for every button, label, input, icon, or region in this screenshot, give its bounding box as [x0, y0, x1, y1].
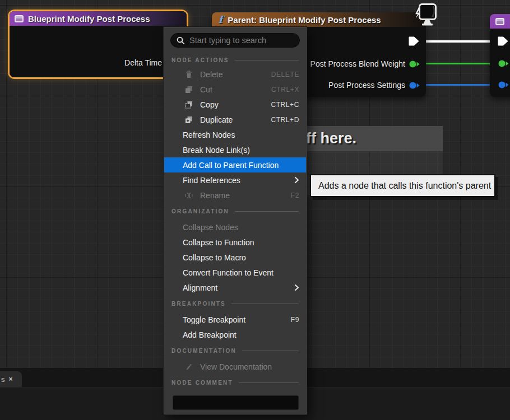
tooltip-text: Adds a node that calls this function's p… [318, 181, 491, 191]
menu-section-label: BREAKPOINTS [171, 301, 226, 307]
bottom-panel-tab[interactable]: s × [0, 371, 22, 387]
menu-item-label: Convert Function to Event [183, 268, 273, 277]
function-f-icon: f [219, 14, 222, 25]
close-icon[interactable]: × [9, 375, 13, 383]
event-override-icon [495, 18, 504, 25]
copy-icon [184, 100, 194, 110]
menu-item-label: Toggle Breakpoint [183, 315, 245, 324]
menu-item-label: View Documentation [200, 362, 272, 371]
node-context-menu: NODE ACTIONSDeleteDELETECutCTRL+XCopyCTR… [164, 27, 307, 414]
search-input[interactable] [189, 36, 294, 45]
settings-pin-label: Post Process Settings [328, 81, 405, 90]
book-icon [184, 362, 194, 372]
menu-item-collapse-to-function[interactable]: Collapse to Function [164, 235, 306, 250]
menu-item-rename[interactable]: RenameF2 [164, 188, 306, 203]
blend-weight-output-pin[interactable]: Post Process Blend Weight [310, 59, 420, 68]
blend-weight-input-pin[interactable] [498, 59, 509, 70]
event-override-icon [15, 15, 24, 22]
blend-weight-pin-label: Post Process Blend Weight [310, 59, 405, 68]
menu-item-label: Collapse to Macro [183, 253, 246, 262]
search-icon [177, 36, 185, 45]
settings-input-pin[interactable] [498, 81, 509, 91]
menu-item-delete[interactable]: DeleteDELETE [164, 67, 306, 82]
menu-section-breakpoints: BREAKPOINTS [164, 295, 306, 312]
event-node[interactable]: Blueprint Modify Post Process Delta Time [10, 11, 187, 77]
exec-wire [419, 40, 499, 43]
menu-section-node-actions: NODE ACTIONS [164, 53, 306, 67]
settings-output-pin[interactable]: Post Process Settings [328, 81, 420, 90]
section-divider [235, 211, 299, 212]
menu-item-label: Copy [200, 100, 219, 109]
section-divider [231, 304, 299, 304]
right-node-header[interactable] [490, 14, 510, 29]
menu-item-label: Delete [200, 70, 222, 79]
node-comment-input[interactable] [173, 395, 299, 410]
exec-input-pin[interactable] [497, 36, 509, 49]
menu-sections: NODE ACTIONSDeleteDELETECutCTRL+XCopyCTR… [164, 53, 306, 410]
right-node[interactable] [490, 14, 510, 97]
menu-item-label: Refresh Nodes [183, 130, 235, 139]
menu-section-label: ORGANIZATION [171, 208, 229, 214]
section-divider [239, 382, 299, 383]
menu-item-shortcut: DELETE [271, 71, 299, 78]
menu-item-shortcut: CTRL+D [271, 116, 299, 124]
chevron-right-icon [294, 284, 299, 291]
menu-item-shortcut: CTRL+C [271, 101, 299, 109]
struct-pin-icon [498, 81, 509, 89]
menu-item-shortcut: CTRL+X [271, 86, 299, 94]
event-node-title: Blueprint Modify Post Process [28, 14, 150, 24]
menu-item-view-documentation[interactable]: View Documentation [164, 359, 306, 374]
menu-section-documentation: DOCUMENTATION [164, 342, 306, 359]
exec-pin-icon [408, 36, 420, 46]
settings-wire [415, 84, 500, 86]
menu-section-organization: ORGANIZATION [164, 203, 306, 220]
menu-item-find-references[interactable]: Find References [164, 172, 306, 188]
trash-icon [184, 69, 194, 80]
delta-time-pin-label: Delta Time [124, 58, 162, 67]
menu-item-add-call-to-parent-function[interactable]: Add Call to Parent Function [164, 157, 306, 172]
blend-weight-wire [415, 63, 500, 64]
struct-pin-icon [409, 81, 420, 90]
duplicate-icon [184, 115, 194, 125]
menu-item-cut[interactable]: CutCTRL+X [164, 82, 306, 97]
menu-item-label: Collapse Nodes [183, 223, 238, 232]
bottom-panel-tab-label: s [1, 375, 5, 384]
event-node-header[interactable]: Blueprint Modify Post Process [10, 11, 187, 26]
rename-icon [184, 190, 194, 200]
comment-node-title: ff here. [306, 130, 356, 147]
menu-item-shortcut: F9 [291, 316, 299, 324]
menu-item-label: Add Call to Parent Function [183, 161, 279, 170]
menu-item-toggle-breakpoint[interactable]: Toggle BreakpointF9 [164, 312, 306, 327]
menu-item-label: Add Breakpoint [183, 330, 237, 339]
menu-item-convert-function-to-event[interactable]: Convert Function to Event [164, 265, 306, 280]
menu-item-duplicate[interactable]: DuplicateCTRL+D [164, 112, 306, 127]
exec-output-pin[interactable] [408, 36, 420, 46]
menu-item-label: Break Node Link(s) [183, 146, 250, 155]
menu-item-label: Cut [200, 85, 212, 94]
menu-item-collapse-nodes[interactable]: Collapse Nodes [164, 220, 306, 235]
section-divider [235, 60, 299, 60]
tooltip: Adds a node that calls this function's p… [310, 174, 495, 197]
chevron-right-icon [294, 176, 299, 184]
event-node-selection-border: Blueprint Modify Post Process Delta Time [8, 10, 188, 79]
menu-item-collapse-to-macro[interactable]: Collapse to Macro [164, 250, 306, 265]
menu-item-alignment[interactable]: Alignment [164, 280, 306, 295]
monitor-lightning-icon [412, 1, 438, 35]
float-pin-icon [498, 59, 509, 68]
parent-call-node-header[interactable]: f Parent: Blueprint Modify Post Process [212, 12, 426, 27]
menu-item-label: Collapse to Function [183, 238, 254, 247]
menu-item-copy[interactable]: CopyCTRL+C [164, 97, 306, 112]
menu-section-label: NODE COMMENT [171, 380, 233, 386]
exec-pin-icon [497, 36, 509, 46]
menu-item-break-node-link-s[interactable]: Break Node Link(s) [164, 142, 306, 157]
section-divider [242, 351, 299, 351]
menu-section-label: DOCUMENTATION [171, 348, 237, 354]
menu-section-node-comment: NODE COMMENT [164, 374, 306, 391]
float-pin-icon [409, 60, 420, 68]
menu-item-add-breakpoint[interactable]: Add Breakpoint [164, 327, 306, 342]
menu-item-label: Rename [200, 191, 230, 200]
blueprint-graph-canvas[interactable]: ff here. Blueprint Modify Post Process D… [0, 0, 510, 420]
menu-item-refresh-nodes[interactable]: Refresh Nodes [164, 127, 306, 142]
menu-item-label: Alignment [183, 283, 217, 292]
menu-search-box[interactable] [170, 33, 300, 48]
